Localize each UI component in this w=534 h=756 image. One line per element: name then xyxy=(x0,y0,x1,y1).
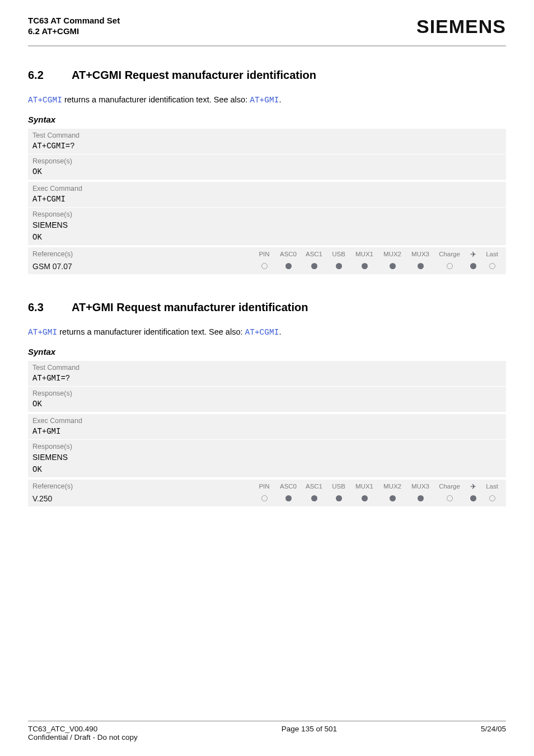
dot-empty-icon xyxy=(261,263,268,269)
dot-empty-icon xyxy=(489,495,495,501)
dot-empty-icon xyxy=(489,263,495,269)
section-heading: 6.3 AT+GMI Request manufacturer identifi… xyxy=(28,301,506,314)
dot-filled-icon xyxy=(470,495,476,501)
dot-empty-icon xyxy=(261,495,268,501)
exec-response-label: Response(s) xyxy=(28,440,506,452)
col-usb: USB xyxy=(327,483,350,490)
dot-filled-icon xyxy=(418,495,424,501)
val-pin xyxy=(253,494,275,503)
section-heading: 6.2 AT+CGMI Request manufacturer identif… xyxy=(28,69,506,82)
reference-label: Reference(s) xyxy=(32,250,253,258)
syntax-heading: Syntax xyxy=(28,115,506,124)
val-asc0 xyxy=(275,262,301,271)
test-response-label: Response(s) xyxy=(28,154,506,166)
dot-filled-icon xyxy=(285,495,292,501)
test-command-value: AT+CGMI=? xyxy=(28,140,506,154)
syntax-block: Test Command AT+GMI=? Response(s) OK Exe… xyxy=(28,361,506,506)
val-mux3 xyxy=(406,262,434,271)
exec-response-row: Response(s) SIEMENS OK xyxy=(28,440,506,478)
col-mux3: MUX3 xyxy=(406,483,434,490)
test-response-value: OK xyxy=(28,398,506,412)
section-title: AT+CGMI Request manufacturer identificat… xyxy=(72,69,316,82)
test-command-row: Test Command AT+GMI=? xyxy=(28,361,506,387)
at-gmi-link[interactable]: AT+GMI xyxy=(28,328,57,337)
val-airplane xyxy=(465,494,481,503)
col-pin: PIN xyxy=(253,483,275,490)
col-mux2: MUX2 xyxy=(378,251,406,257)
section-6-2: 6.2 AT+CGMI Request manufacturer identif… xyxy=(28,69,506,274)
footer-date: 5/24/05 xyxy=(481,725,506,741)
val-asc1 xyxy=(301,494,327,503)
doc-title: TC63 AT Command Set xyxy=(28,16,120,25)
test-response-label: Response(s) xyxy=(28,387,506,398)
col-mux1: MUX1 xyxy=(350,251,378,257)
reference-value-row: V.250 xyxy=(28,492,506,506)
airplane-icon: ✈ xyxy=(465,482,481,491)
test-response-row: Response(s) OK xyxy=(28,387,506,412)
dot-filled-icon xyxy=(390,495,396,501)
test-command-value: AT+GMI=? xyxy=(28,373,506,386)
desc-text: returns a manufacturer identification te… xyxy=(57,327,245,336)
section-description: AT+GMI returns a manufacturer identifica… xyxy=(28,326,506,339)
doc-section-ref: 6.2 AT+CGMI xyxy=(28,26,120,36)
test-command-row: Test Command AT+CGMI=? xyxy=(28,129,506,154)
val-asc1 xyxy=(301,262,327,271)
val-last xyxy=(481,262,503,271)
section-number: 6.2 xyxy=(28,69,53,82)
col-charge: Charge xyxy=(434,251,465,257)
val-charge xyxy=(434,262,465,271)
syntax-heading: Syntax xyxy=(28,347,506,356)
dot-empty-icon xyxy=(447,263,453,269)
val-usb xyxy=(327,494,350,503)
col-pin: PIN xyxy=(253,251,275,257)
col-mux2: MUX2 xyxy=(378,483,406,490)
footer-docid: TC63_ATC_V00.490 xyxy=(28,725,138,733)
val-pin xyxy=(253,262,275,271)
col-asc0: ASC0 xyxy=(275,483,301,490)
test-command-label: Test Command xyxy=(28,129,506,140)
exec-command-label: Exec Command xyxy=(28,414,506,426)
dot-empty-icon xyxy=(447,495,453,501)
at-gmi-link[interactable]: AT+GMI xyxy=(250,96,279,105)
col-last: Last xyxy=(481,483,503,490)
airplane-icon: ✈ xyxy=(465,250,481,259)
footer-left: TC63_ATC_V00.490 Confidential / Draft - … xyxy=(28,725,138,741)
val-mux2 xyxy=(378,262,406,271)
page-header: TC63 AT Command Set 6.2 AT+CGMI SIEMENS xyxy=(28,16,506,46)
val-usb xyxy=(327,262,350,271)
reference-header-row: Reference(s) PIN ASC0 ASC1 USB MUX1 MUX2… xyxy=(28,480,506,492)
section-title: AT+GMI Request manufacturer identificati… xyxy=(72,301,308,314)
desc-text: returns a manufacturer identification te… xyxy=(62,95,250,104)
syntax-block: Test Command AT+CGMI=? Response(s) OK Ex… xyxy=(28,129,506,274)
col-usb: USB xyxy=(327,251,350,257)
col-last: Last xyxy=(481,251,503,257)
dot-filled-icon xyxy=(285,263,292,269)
col-asc0: ASC0 xyxy=(275,251,301,257)
col-mux1: MUX1 xyxy=(350,483,378,490)
exec-response-row: Response(s) SIEMENS OK xyxy=(28,208,506,246)
section-6-3: 6.3 AT+GMI Request manufacturer identifi… xyxy=(28,301,506,506)
reference-value: V.250 xyxy=(32,494,253,503)
dot-filled-icon xyxy=(390,263,396,269)
at-cgmi-link[interactable]: AT+CGMI xyxy=(245,328,279,337)
dot-filled-icon xyxy=(336,495,342,501)
at-cgmi-link[interactable]: AT+CGMI xyxy=(28,96,62,105)
footer-page: Page 135 of 501 xyxy=(282,725,337,741)
exec-command-row: Exec Command AT+CGMI xyxy=(28,182,506,208)
siemens-logo: SIEMENS xyxy=(416,16,506,37)
exec-response-value-2: OK xyxy=(28,465,506,477)
dot-filled-icon xyxy=(470,263,476,269)
dot-filled-icon xyxy=(311,263,317,269)
val-mux3 xyxy=(406,494,434,503)
val-asc0 xyxy=(275,494,301,503)
exec-response-value-2: OK xyxy=(28,233,506,245)
reference-header-row: Reference(s) PIN ASC0 ASC1 USB MUX1 MUX2… xyxy=(28,247,506,260)
val-airplane xyxy=(465,262,481,271)
test-response-row: Response(s) OK xyxy=(28,154,506,180)
exec-command-value: AT+CGMI xyxy=(28,194,506,207)
section-number: 6.3 xyxy=(28,301,53,314)
exec-command-row: Exec Command AT+GMI xyxy=(28,414,506,440)
col-mux3: MUX3 xyxy=(406,251,434,257)
exec-response-value-1: SIEMENS xyxy=(28,452,506,465)
reference-label: Reference(s) xyxy=(32,482,253,490)
